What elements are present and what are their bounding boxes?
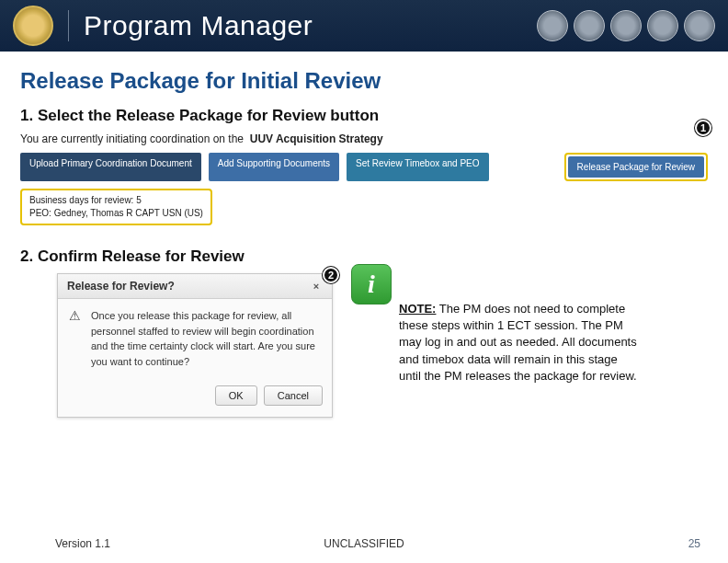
header-bar: Program Manager <box>0 0 728 52</box>
review-info-box: Business days for review: 5 PEO: Gedney,… <box>20 189 212 225</box>
review-days-line: Business days for review: 5 <box>29 194 203 207</box>
warning-icon: ⚠ <box>69 308 84 323</box>
step1-panel: 1 You are currently initiating coordinat… <box>20 132 708 225</box>
dialog-body: ⚠ Once you release this package for revi… <box>58 299 332 378</box>
header-title: Program Manager <box>84 10 313 41</box>
coord-prefix: You are currently initiating coordinatio… <box>20 132 244 145</box>
upload-doc-button[interactable]: Upload Primary Coordination Document <box>20 153 201 181</box>
header-title-light: Program <box>84 10 193 40</box>
dialog-actions: OK Cancel <box>58 378 332 417</box>
service-seal-icon <box>574 10 605 41</box>
classification-label: UNCLASSIFIED <box>324 537 404 550</box>
wizard-button-row: Upload Primary Coordination Document Add… <box>20 153 708 181</box>
confirm-dialog: 2 Release for Review? × ⚠ Once you relea… <box>57 273 333 418</box>
dialog-titlebar: Release for Review? × <box>58 274 332 299</box>
version-label: Version 1.1 <box>55 537 110 550</box>
service-seal-icon <box>647 10 678 41</box>
step2-heading: 2. Confirm Release for Review <box>20 247 728 266</box>
page-title: Release Package for Initial Review <box>20 68 728 94</box>
note-label: NOTE: <box>399 302 436 316</box>
service-seal-icon <box>684 10 715 41</box>
set-timebox-button[interactable]: Set Review Timebox and PEO <box>347 153 489 181</box>
footer: Version 1.1 UNCLASSIFIED 25 <box>0 537 728 550</box>
step2-panel: 2 Release for Review? × ⚠ Once you relea… <box>20 273 708 418</box>
coordination-line: You are currently initiating coordinatio… <box>20 132 708 145</box>
callout-badge-2: 2 <box>323 267 339 283</box>
service-seals <box>537 10 715 41</box>
page-number: 25 <box>688 537 700 550</box>
document-name: UUV Acquisition Strategy <box>250 132 383 145</box>
note-text: NOTE: The PM does not need to complete t… <box>399 301 638 385</box>
dialog-message: Once you release this package for review… <box>91 308 321 369</box>
step1-heading: 1. Select the Release Package for Review… <box>20 107 728 125</box>
dialog-title-text: Release for Review? <box>67 280 175 293</box>
ok-button[interactable]: OK <box>215 385 257 406</box>
service-seal-icon <box>610 10 642 41</box>
info-icon: i <box>351 264 392 304</box>
note-block: i NOTE: The PM does not need to complete… <box>351 264 708 385</box>
title-separator <box>68 10 69 41</box>
release-button-highlight: Release Package for Review <box>564 153 708 181</box>
service-seal-icon <box>537 10 568 41</box>
cancel-button[interactable]: Cancel <box>264 385 323 406</box>
dod-seal-icon <box>13 6 53 46</box>
header-title-bold: Manager <box>200 10 313 40</box>
callout-badge-1: 1 <box>695 120 711 136</box>
peo-line: PEO: Gedney, Thomas R CAPT USN (US) <box>29 207 203 220</box>
add-supporting-button[interactable]: Add Supporting Documents <box>209 153 339 181</box>
release-package-button[interactable]: Release Package for Review <box>568 156 704 178</box>
close-icon[interactable]: × <box>310 280 323 293</box>
